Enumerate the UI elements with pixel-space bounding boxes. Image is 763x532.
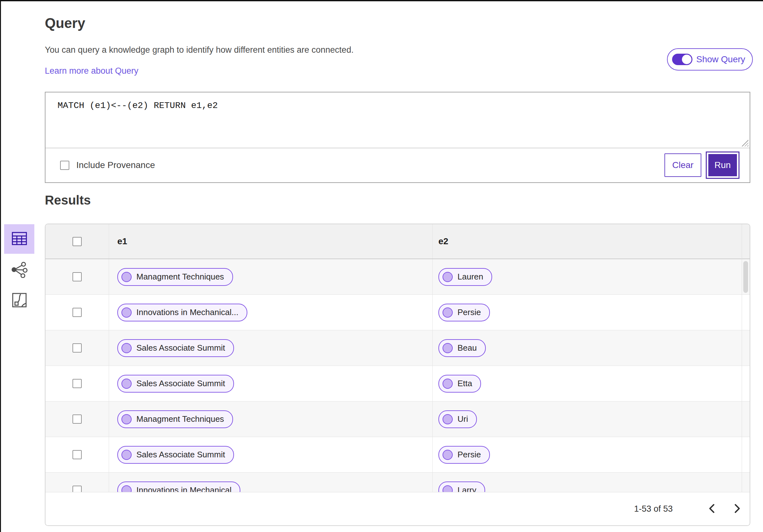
entity-circle-icon xyxy=(121,272,132,282)
entity-label: Innovations in Mechanical xyxy=(136,485,231,492)
entity-pill[interactable]: Sales Associate Summit xyxy=(117,446,234,464)
entity-circle-icon xyxy=(121,308,132,317)
column-header-e2[interactable]: e2 xyxy=(438,236,448,246)
entity-pill[interactable]: Larry xyxy=(438,482,485,492)
table-header-row: e1 e2 xyxy=(46,224,750,259)
row-checkbox[interactable] xyxy=(72,343,82,353)
entity-pill[interactable]: Managment Techniques xyxy=(117,268,233,286)
row-checkbox[interactable] xyxy=(72,308,82,317)
entity-circle-icon xyxy=(121,379,132,389)
entity-circle-icon xyxy=(443,343,453,353)
entity-label: Managment Techniques xyxy=(136,272,224,282)
row-checkbox[interactable] xyxy=(72,450,82,459)
entity-circle-icon xyxy=(443,272,453,282)
include-provenance-checkbox[interactable] xyxy=(60,161,69,170)
include-provenance-label: Include Provenance xyxy=(76,160,155,170)
results-table: e1 e2 Managment Techniques Lauren Innova… xyxy=(45,223,750,526)
entity-circle-icon xyxy=(443,450,453,460)
run-button[interactable]: Run xyxy=(708,154,737,176)
entity-label: Sales Associate Summit xyxy=(136,379,225,389)
table-row: Innovations in Mechanical... Persie xyxy=(46,295,750,330)
entity-circle-icon xyxy=(443,414,453,424)
show-query-toggle[interactable]: Show Query xyxy=(667,48,753,70)
scrollbar[interactable] xyxy=(742,224,750,492)
entity-label: Uri xyxy=(458,414,468,424)
entity-pill[interactable]: Managment Techniques xyxy=(117,410,233,428)
page-title: Query xyxy=(45,15,85,31)
network-graph-icon xyxy=(11,261,28,279)
entity-pill[interactable]: Persie xyxy=(438,304,490,321)
table-row: Sales Associate Summit Beau xyxy=(46,330,750,366)
entity-label: Sales Associate Summit xyxy=(136,450,225,460)
select-all-checkbox[interactable] xyxy=(72,237,82,246)
entity-pill[interactable]: Sales Associate Summit xyxy=(117,375,234,393)
entity-pill[interactable]: Etta xyxy=(438,375,481,393)
entity-circle-icon xyxy=(121,414,132,424)
entity-label: Persie xyxy=(458,308,481,317)
next-page-button[interactable] xyxy=(730,501,745,516)
schema-view-button[interactable] xyxy=(11,292,28,309)
entity-label: Innovations in Mechanical... xyxy=(136,308,239,317)
toggle-switch-icon[interactable] xyxy=(672,54,693,65)
query-editor: MATCH (e1)<--(e2) RETURN e1,e2 xyxy=(46,92,750,148)
toggle-knob xyxy=(682,55,692,64)
entity-circle-icon xyxy=(443,485,453,492)
entity-circle-icon xyxy=(443,308,453,317)
entity-pill[interactable]: Sales Associate Summit xyxy=(117,339,234,357)
pagination-range: 1-53 of 53 xyxy=(634,504,673,514)
show-query-label: Show Query xyxy=(696,54,745,64)
entity-pill[interactable]: Innovations in Mechanical... xyxy=(117,304,247,321)
entity-label: Lauren xyxy=(458,272,483,282)
entity-label: Persie xyxy=(458,450,481,460)
query-footer: Include Provenance Clear Run xyxy=(46,148,750,182)
entity-pill[interactable]: Uri xyxy=(438,410,477,428)
chevron-left-icon xyxy=(708,503,715,514)
previous-page-button[interactable] xyxy=(705,501,719,516)
table-view-icon xyxy=(12,232,27,246)
entity-label: Sales Associate Summit xyxy=(136,343,225,353)
column-header-e1[interactable]: e1 xyxy=(117,236,127,246)
row-checkbox[interactable] xyxy=(72,414,82,424)
entity-pill[interactable]: Persie xyxy=(438,446,490,464)
entity-pill[interactable]: Beau xyxy=(438,339,486,357)
table-row: Sales Associate Summit Etta xyxy=(46,366,750,401)
entity-pill[interactable]: Innovations in Mechanical xyxy=(117,482,240,492)
chevron-right-icon xyxy=(734,503,741,514)
query-description: You can query a knowledge graph to ident… xyxy=(45,45,354,55)
row-checkbox[interactable] xyxy=(72,379,82,388)
entity-circle-icon xyxy=(121,450,132,460)
scrollbar-thumb[interactable] xyxy=(743,261,748,293)
entity-pill[interactable]: Lauren xyxy=(438,268,492,286)
results-table-body: e1 e2 Managment Techniques Lauren Innova… xyxy=(46,224,750,492)
table-row: Sales Associate Summit Persie xyxy=(46,437,750,473)
entity-label: Larry xyxy=(458,485,476,492)
row-checkbox[interactable] xyxy=(72,272,82,281)
table-view-button[interactable] xyxy=(4,224,34,254)
clear-button[interactable]: Clear xyxy=(664,153,701,177)
learn-more-link[interactable]: Learn more about Query xyxy=(45,66,138,76)
schema-map-icon xyxy=(12,293,27,309)
table-row: Innovations in Mechanical Larry xyxy=(46,473,750,492)
entity-label: Etta xyxy=(458,379,472,389)
entity-circle-icon xyxy=(443,379,453,389)
query-page: Query You can query a knowledge graph to… xyxy=(0,0,763,532)
network-view-button[interactable] xyxy=(11,261,28,279)
entity-circle-icon xyxy=(121,343,132,353)
table-row: Managment Techniques Lauren xyxy=(46,259,750,295)
results-title: Results xyxy=(45,193,91,208)
run-button-focus-ring: Run xyxy=(706,151,739,179)
row-checkbox[interactable] xyxy=(72,486,82,492)
entity-label: Managment Techniques xyxy=(136,414,224,424)
pagination-bar: 1-53 of 53 xyxy=(46,492,750,525)
query-textarea[interactable]: MATCH (e1)<--(e2) RETURN e1,e2 xyxy=(46,92,750,148)
table-row: Managment Techniques Uri xyxy=(46,401,750,437)
entity-circle-icon xyxy=(121,485,132,492)
query-editor-panel: MATCH (e1)<--(e2) RETURN e1,e2 Include P… xyxy=(45,92,750,183)
entity-label: Beau xyxy=(458,343,477,353)
